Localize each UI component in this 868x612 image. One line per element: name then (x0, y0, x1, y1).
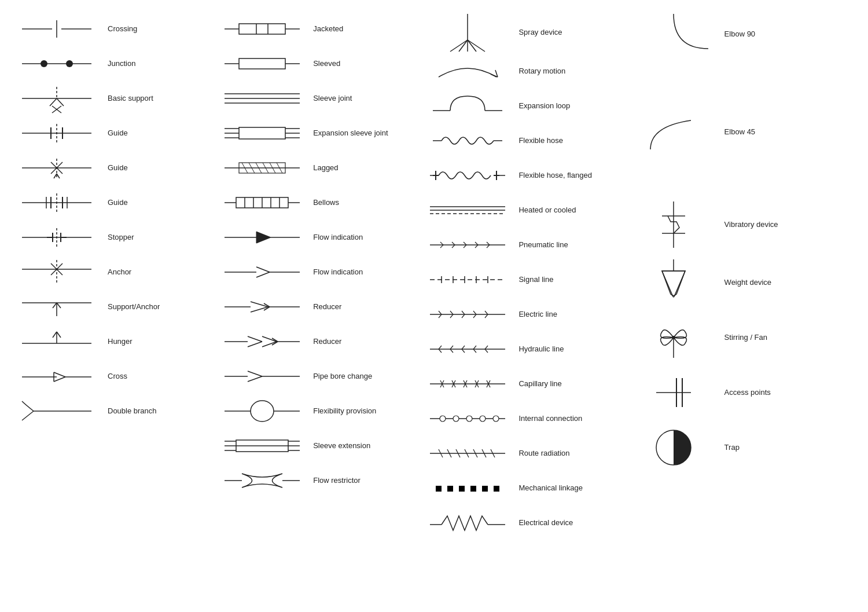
symbol-support-anchor (10, 294, 103, 320)
row-stirring-fan: Stirring / Fan (623, 312, 862, 364)
row-support-anchor: Support/Anchor (6, 289, 211, 324)
symbol-elbow-45 (627, 115, 720, 149)
row-anchor: Anchor (6, 255, 211, 289)
label-spray-device: Spray device (514, 28, 617, 38)
row-electrical-device: Electrical device (417, 505, 622, 540)
svg-line-100 (248, 336, 262, 342)
row-guide1: Guide (6, 116, 211, 151)
row-flexible-hose: Flexible hose (417, 123, 622, 158)
label-route-radiation: Route radiation (514, 449, 617, 459)
label-guide2: Guide (103, 163, 207, 173)
svg-rect-180 (442, 486, 447, 492)
label-access-points: Access points (720, 388, 858, 398)
row-cross: Cross (6, 359, 211, 394)
row-elbow-90: Elbow 90 (623, 12, 862, 57)
label-expansion-loop: Expansion loop (514, 101, 617, 111)
svg-rect-183 (476, 486, 482, 492)
label-flow-indication1: Flow indication (308, 233, 412, 243)
row-lagged: Lagged (211, 151, 417, 185)
label-internal-connection: Internal connection (514, 414, 617, 424)
row-stopper: Stopper (6, 220, 211, 255)
symbol-weight-device (627, 259, 720, 306)
label-weight-device: Weight device (720, 278, 858, 288)
row-double-branch: Double branch (6, 394, 211, 428)
label-lagged: Lagged (308, 163, 412, 173)
label-vibratory-device: Vibratory device (720, 220, 858, 230)
svg-line-101 (248, 342, 262, 347)
row-heated-or-cooled: Heated or cooled (417, 193, 622, 228)
svg-line-90 (256, 267, 270, 272)
label-flexible-hose-flanged: Flexible hose, flanged (514, 171, 617, 181)
row-internal-connection: Internal connection (417, 401, 622, 436)
symbol-flow-indication1 (216, 228, 308, 248)
label-heated-or-cooled: Heated or cooled (514, 206, 617, 215)
label-sleeve-extension: Sleeve extension (308, 441, 412, 451)
symbol-flexibility-provision (216, 398, 308, 424)
svg-line-108 (248, 371, 262, 376)
svg-point-5 (66, 60, 73, 67)
label-elbow-90: Elbow 90 (720, 30, 858, 39)
svg-rect-179 (430, 486, 436, 492)
symbol-bellows (216, 193, 308, 213)
symbol-guide3 (10, 191, 103, 214)
svg-line-9 (57, 98, 64, 106)
symbol-stopper (10, 226, 103, 249)
label-flow-indication2: Flow indication (308, 267, 412, 277)
svg-point-112 (251, 401, 274, 422)
symbol-guide2 (10, 156, 103, 179)
symbol-reducer1 (216, 297, 308, 317)
row-route-radiation: Route radiation (417, 436, 622, 471)
row-signal-line: Signal line (417, 262, 622, 297)
symbol-reducer2 (216, 332, 308, 352)
label-electric-line: Electric line (514, 310, 617, 320)
label-jacketed: Jacketed (308, 24, 412, 34)
row-spray-device: Spray device (417, 12, 622, 54)
row-elbow-45: Elbow 45 (623, 103, 862, 161)
svg-rect-181 (453, 486, 459, 492)
svg-rect-53 (239, 24, 285, 34)
symbol-hunger (10, 329, 103, 355)
svg-point-168 (480, 416, 486, 422)
row-junction: Junction (6, 46, 211, 81)
symbol-elbow-90 (627, 14, 720, 54)
svg-line-49 (54, 377, 65, 382)
label-guide1: Guide (103, 129, 207, 138)
label-junction: Junction (103, 59, 207, 69)
row-pipe-bore-change: Pipe bore change (211, 359, 417, 394)
symbol-access-points (627, 369, 720, 416)
svg-line-48 (54, 372, 65, 377)
svg-line-45 (57, 332, 61, 338)
label-double-branch: Double branch (103, 406, 207, 416)
row-sleeved: Sleeved (211, 46, 417, 81)
row-capillary-line: Capillary line (417, 367, 622, 401)
symbol-flow-restrictor (216, 468, 308, 494)
svg-line-8 (50, 98, 57, 106)
label-cross: Cross (103, 372, 207, 382)
svg-rect-58 (239, 58, 285, 69)
label-reducer1: Reducer (308, 302, 412, 312)
label-flow-restrictor: Flow restrictor (308, 476, 412, 486)
label-bellows: Bellows (308, 198, 412, 208)
label-pipe-bore-change: Pipe bore change (308, 372, 412, 382)
symbol-vibratory-device (627, 201, 720, 248)
label-sleeved: Sleeved (308, 59, 412, 69)
row-bellows: Bellows (211, 185, 417, 220)
column-1: Crossing Junction (6, 12, 211, 600)
label-capillary-line: Capillary line (514, 379, 617, 389)
column-3: Spray device Rotary motion (417, 12, 622, 600)
svg-line-125 (459, 40, 468, 52)
label-signal-line: Signal line (514, 275, 617, 285)
svg-point-165 (440, 416, 446, 422)
symbol-flexible-hose (421, 131, 514, 151)
svg-line-41 (57, 303, 61, 308)
svg-rect-64 (239, 127, 285, 139)
symbol-capillary-line (421, 375, 514, 393)
symbol-route-radiation (421, 445, 514, 462)
label-flexibility-provision: Flexibility provision (308, 406, 412, 416)
row-flexibility-provision: Flexibility provision (211, 394, 417, 428)
symbol-mechanical-linkage (421, 481, 514, 496)
row-reducer2: Reducer (211, 324, 417, 359)
label-basic-support: Basic support (103, 94, 207, 104)
row-trap: Trap (623, 422, 862, 474)
row-vibratory-device: Vibratory device (623, 196, 862, 254)
